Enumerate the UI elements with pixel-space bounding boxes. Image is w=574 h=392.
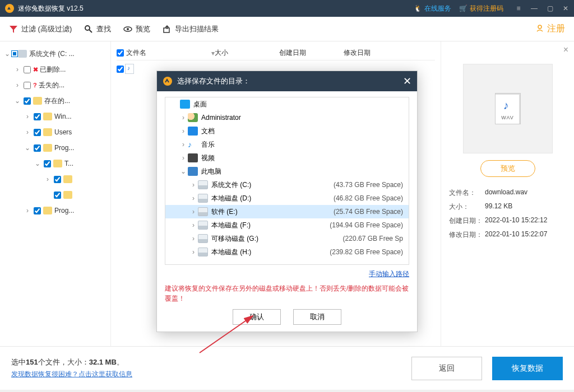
disk-icon	[198, 180, 208, 189]
dir-drive[interactable]: ›本地磁盘 (F:)(194.94 GB Free Space)	[165, 218, 409, 232]
save-dir-dialog: 选择保存文件的目录： ✕ 桌面 ›Administrator ›文档 ›♪音乐 …	[156, 71, 418, 332]
modal-close-icon[interactable]: ✕	[403, 75, 411, 87]
app-icon	[163, 76, 173, 86]
dir-docs[interactable]: ›文档	[165, 124, 409, 138]
dir-drive[interactable]: ›可移动磁盘 (G:)(220.67 GB Free Sp	[165, 232, 409, 245]
modal-title-text: 选择保存文件的目录：	[177, 76, 250, 86]
cancel-button[interactable]: 取消	[293, 309, 341, 325]
dir-drive[interactable]: ›软件 (E:)(25.74 GB Free Space)	[165, 205, 409, 218]
document-icon	[188, 127, 198, 136]
dir-music[interactable]: ›♪音乐	[165, 138, 409, 151]
modal-backdrop: 选择保存文件的目录： ✕ 桌面 ›Administrator ›文档 ›♪音乐 …	[0, 0, 574, 392]
dir-admin[interactable]: ›Administrator	[165, 111, 409, 124]
dir-desktop[interactable]: 桌面	[165, 97, 409, 111]
dir-video[interactable]: ›视频	[165, 151, 409, 165]
music-icon: ♪	[188, 140, 198, 149]
desktop-icon	[180, 100, 190, 109]
warning-text: 建议将恢复的文件保存在另外的磁盘或移动硬盘上！否则丢失/删除的数据可能会被覆盖！	[165, 283, 409, 304]
dir-drive[interactable]: ›本地磁盘 (H:)(239.82 GB Free Space)	[165, 245, 409, 259]
pc-icon	[188, 167, 198, 176]
video-icon	[188, 153, 198, 162]
dir-drive[interactable]: ›本地磁盘 (D:)(46.82 GB Free Space)	[165, 192, 409, 205]
person-icon	[188, 113, 198, 122]
dir-drive[interactable]: ›系统文件 (C:)(43.73 GB Free Space)	[165, 178, 409, 192]
disk-icon	[198, 248, 208, 256]
disk-icon	[198, 194, 208, 203]
disk-icon	[198, 207, 208, 216]
ok-button[interactable]: 确认	[233, 309, 281, 325]
disk-icon	[198, 221, 208, 230]
directory-tree[interactable]: 桌面 ›Administrator ›文档 ›♪音乐 ›视频 ⌄此电脑 ›系统文…	[165, 97, 409, 265]
disk-icon	[198, 234, 208, 243]
dir-this-pc[interactable]: ⌄此电脑	[165, 165, 409, 178]
manual-path-link[interactable]: 手动输入路径	[369, 270, 409, 278]
modal-titlebar: 选择保存文件的目录： ✕	[157, 71, 417, 91]
